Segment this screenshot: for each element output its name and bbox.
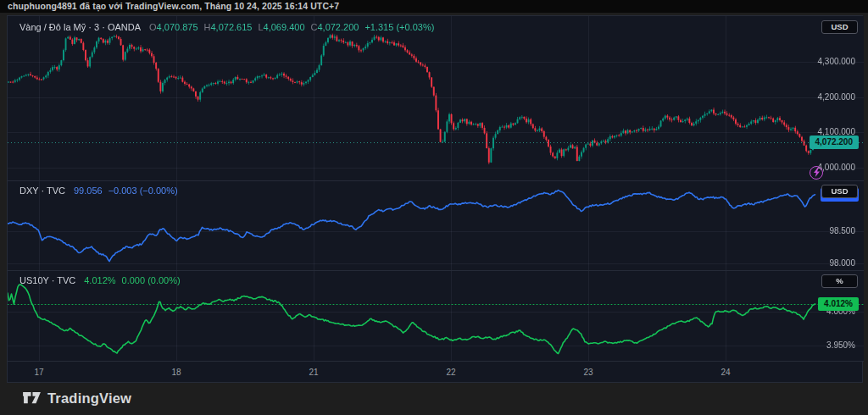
ohlc-open-key: O [149, 22, 157, 32]
dxy-change: −0.003 (−0.00%) [108, 185, 178, 196]
gold-last-price-pill: 4,072.200 [810, 136, 860, 149]
dxy-axis-currency-button[interactable]: USD [821, 185, 858, 198]
tradingview-logo-text: TradingView [47, 390, 131, 407]
time-axis-label: 17 [34, 368, 43, 377]
ohlc-high-value: 4,072.615 [211, 22, 253, 32]
boost-lightning-icon[interactable] [810, 166, 823, 180]
ohlc-high-key: H [204, 22, 211, 32]
gold-panel-header: Vàng / Đô la Mỹ · 3 · OANDAO4,070.875H4,… [19, 22, 434, 32]
us10y-last-price-pill: 4.012% [818, 297, 859, 311]
time-axis[interactable] [8, 361, 864, 384]
us10y-value: 4.012% [84, 275, 115, 285]
time-axis-label: 23 [583, 368, 593, 377]
gold-axis-currency-button[interactable]: USD [821, 20, 858, 34]
footer-bar: TradingView [0, 383, 868, 415]
ohlc-open-value: 4,070.875 [157, 22, 198, 32]
dxy-symbol-title[interactable]: DXY · TVC [19, 185, 65, 196]
time-axis-label: 22 [446, 368, 455, 377]
price-axis-label: 3.950% [826, 340, 855, 351]
price-axis-label: 4,200.000 [818, 92, 856, 102]
tradingview-logo[interactable]: TradingView [22, 390, 131, 407]
price-axis-label: 98.000 [829, 258, 855, 268]
gold-symbol-title[interactable]: Vàng / Đô la Mỹ · 3 · OANDA [19, 22, 141, 32]
us10y-panel-header: US10Y · TVC4.012%0.000 (0.00%) [19, 275, 181, 285]
price-axis-label: 98.500 [829, 226, 855, 236]
time-axis-label: 21 [309, 368, 318, 377]
gold-change: +1.315 (+0.03%) [364, 22, 434, 32]
panel-separator[interactable] [8, 270, 864, 271]
price-axis-label: 4,000.000 [818, 163, 856, 173]
ohlc-low-value: 4,069.400 [264, 22, 305, 32]
panel-separator[interactable] [8, 180, 864, 181]
us10y-change: 0.000 (0.00%) [122, 275, 181, 285]
dxy-panel-header: DXY · TVC99.056−0.003 (−0.00%) [19, 185, 178, 196]
dxy-value: 99.056 [74, 185, 103, 196]
tradingview-logo-icon [22, 391, 42, 406]
ohlc-close-value: 4,072.200 [317, 22, 359, 32]
us10y-symbol-title[interactable]: US10Y · TVC [19, 275, 75, 285]
price-axis-label: 4,300.000 [818, 57, 856, 67]
time-axis-label: 24 [721, 368, 730, 377]
chart-widget: Vàng / Đô la Mỹ · 3 · OANDAO4,070.875H4,… [7, 15, 863, 383]
tradingview-snapshot-page: chuphuong4891 đã tạo với TradingView.com… [0, 0, 868, 415]
gold-candlestick-chart [8, 16, 864, 180]
us10y-axis-unit-button[interactable]: % [821, 274, 858, 288]
time-axis-label: 18 [171, 368, 181, 377]
attribution-bar: chuphuong4891 đã tạo với TradingView.com… [0, 0, 868, 13]
